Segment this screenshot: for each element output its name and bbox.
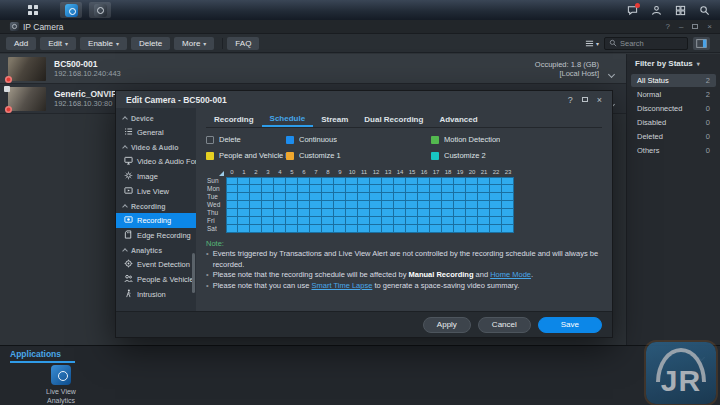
toolbar-button-edit[interactable]: Edit▾ (40, 37, 76, 50)
schedule-cell[interactable] (442, 185, 454, 193)
schedule-cell[interactable] (250, 209, 262, 217)
dialog-help-icon[interactable]: ? (568, 95, 573, 105)
schedule-cell[interactable] (502, 201, 514, 209)
schedule-cell[interactable] (286, 225, 298, 233)
sidebar-item-general[interactable]: General (116, 125, 196, 140)
schedule-cell[interactable] (394, 209, 406, 217)
schedule-cell[interactable] (406, 193, 418, 201)
schedule-cell[interactable] (322, 209, 334, 217)
schedule-cell[interactable] (370, 209, 382, 217)
schedule-cell[interactable] (418, 209, 430, 217)
schedule-cell[interactable] (274, 177, 286, 185)
schedule-cell[interactable] (226, 177, 238, 185)
schedule-cell[interactable] (322, 201, 334, 209)
filter-item-all-status[interactable]: All Status2 (631, 74, 716, 87)
schedule-cell[interactable] (286, 209, 298, 217)
schedule-cell[interactable] (238, 201, 250, 209)
dialog-close-icon[interactable]: × (597, 95, 602, 105)
schedule-cell[interactable] (262, 225, 274, 233)
schedule-cell[interactable] (322, 185, 334, 193)
sidebar-item-edge-recording[interactable]: Edge Recording (116, 228, 196, 243)
schedule-cell[interactable] (442, 217, 454, 225)
schedule-cell[interactable] (394, 225, 406, 233)
schedule-cell[interactable] (334, 193, 346, 201)
schedule-cell[interactable] (250, 193, 262, 201)
user-icon[interactable] (651, 5, 662, 16)
schedule-cell[interactable] (334, 225, 346, 233)
schedule-cell[interactable] (442, 201, 454, 209)
schedule-cell[interactable] (406, 201, 418, 209)
filter-item-disconnected[interactable]: Disconnected0 (631, 102, 716, 115)
tab-dual-recording[interactable]: Dual Recording (356, 112, 431, 127)
sidebar-scrollbar[interactable] (192, 253, 195, 293)
schedule-cell[interactable] (490, 185, 502, 193)
schedule-cell[interactable] (298, 225, 310, 233)
schedule-cell[interactable] (370, 185, 382, 193)
widgets-icon[interactable] (675, 5, 686, 16)
schedule-cell[interactable] (310, 209, 322, 217)
schedule-cell[interactable] (466, 193, 478, 201)
schedule-cell[interactable] (490, 193, 502, 201)
schedule-cell[interactable] (274, 185, 286, 193)
sidebar-item-intrusion[interactable]: Intrusion (116, 287, 196, 302)
tab-recording[interactable]: Recording (206, 112, 262, 127)
schedule-cell[interactable] (442, 225, 454, 233)
schedule-cell[interactable] (310, 217, 322, 225)
camera-row-bc500-001[interactable]: BC500-001192.168.10.240:443Occupied: 1.8… (0, 54, 626, 84)
schedule-cell[interactable] (238, 193, 250, 201)
schedule-cell[interactable] (478, 177, 490, 185)
schedule-cell[interactable] (286, 177, 298, 185)
schedule-cell[interactable] (346, 201, 358, 209)
schedule-cell[interactable] (322, 193, 334, 201)
schedule-cell[interactable] (454, 185, 466, 193)
schedule-cell[interactable] (394, 193, 406, 201)
window-close-icon[interactable]: × (707, 22, 712, 31)
schedule-cell[interactable] (478, 209, 490, 217)
schedule-cell[interactable] (262, 217, 274, 225)
schedule-cell[interactable] (418, 177, 430, 185)
schedule-cell[interactable] (478, 225, 490, 233)
schedule-cell[interactable] (382, 201, 394, 209)
cancel-button[interactable]: Cancel (478, 317, 531, 333)
sidebar-item-event-detection[interactable]: Event Detection (116, 257, 196, 272)
schedule-cell[interactable] (346, 177, 358, 185)
schedule-cell[interactable] (262, 201, 274, 209)
schedule-cell[interactable] (418, 185, 430, 193)
schedule-cell[interactable] (334, 217, 346, 225)
schedule-cell[interactable] (250, 225, 262, 233)
schedule-cell[interactable] (334, 209, 346, 217)
schedule-cell[interactable] (406, 209, 418, 217)
schedule-cell[interactable] (370, 201, 382, 209)
schedule-cell[interactable] (370, 217, 382, 225)
schedule-cell[interactable] (226, 193, 238, 201)
schedule-cell[interactable] (382, 185, 394, 193)
schedule-cell[interactable] (370, 177, 382, 185)
schedule-cell[interactable] (274, 217, 286, 225)
schedule-cell[interactable] (358, 177, 370, 185)
faq-button[interactable]: FAQ (227, 37, 259, 50)
schedule-cell[interactable] (286, 193, 298, 201)
schedule-cell[interactable] (322, 225, 334, 233)
applications-tab[interactable]: Applications (10, 347, 75, 363)
filter-item-deleted[interactable]: Deleted0 (631, 130, 716, 143)
filter-item-normal[interactable]: Normal2 (631, 88, 716, 101)
schedule-cell[interactable] (454, 193, 466, 201)
schedule-cell[interactable] (406, 185, 418, 193)
schedule-cell[interactable] (454, 177, 466, 185)
schedule-cell[interactable] (250, 177, 262, 185)
schedule-cell[interactable] (238, 217, 250, 225)
schedule-cell[interactable] (418, 193, 430, 201)
view-toggle-button[interactable]: ▾ (585, 39, 599, 48)
schedule-cell[interactable] (490, 177, 502, 185)
window-maximize-icon[interactable] (692, 24, 698, 29)
schedule-cell[interactable] (454, 225, 466, 233)
taskbar-app-surveillance-station[interactable] (60, 2, 82, 18)
schedule-cell[interactable] (430, 209, 442, 217)
schedule-cell[interactable] (442, 193, 454, 201)
save-button[interactable]: Save (538, 317, 602, 333)
filter-item-disabled[interactable]: Disabled0 (631, 116, 716, 129)
tab-advanced[interactable]: Advanced (431, 112, 485, 127)
schedule-cell[interactable] (346, 185, 358, 193)
schedule-cell[interactable] (250, 185, 262, 193)
note-link[interactable]: Smart Time Lapse (311, 281, 372, 290)
